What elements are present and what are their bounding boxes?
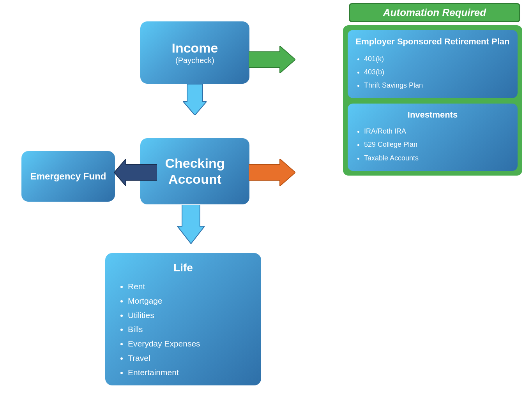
list-item: Rent [128,280,249,294]
svg-marker-0 [183,84,207,115]
list-item: 401(k) [364,52,510,65]
income-box: Income (Paycheck) [140,21,249,84]
svg-marker-3 [114,159,157,186]
list-item: Mortgage [128,294,249,308]
diagram-container: Automation Required Employer Sponsored R… [0,0,532,415]
list-item: Everyday Expenses [128,337,249,351]
list-item: Travel [128,351,249,366]
automation-banner: Automation Required [349,3,520,22]
retirement-list: 401(k) 403(b) Thrift Savings Plan [355,52,510,92]
arrow-checking-to-life [177,205,205,244]
list-item: Utilities [128,308,249,323]
arrow-income-to-checking [183,84,207,115]
emergency-title: Emergency Fund [30,171,106,182]
life-title: Life [117,262,249,274]
list-item: Bills [128,322,249,337]
list-item: Taxable Accounts [364,151,510,165]
emergency-box: Emergency Fund [21,151,115,202]
arrow-income-to-retirement [249,46,295,73]
svg-marker-1 [249,46,295,73]
life-list: Rent Mortgage Utilities Bills Everyday E… [117,280,249,380]
list-item: Entertainment [128,366,249,380]
list-item: IRA/Roth IRA [364,125,510,138]
list-item: 403(b) [364,65,510,79]
retirement-box: Employer Sponsored Retirement Plan 401(k… [348,30,518,98]
retirement-title: Employer Sponsored Retirement Plan [355,36,510,47]
green-container: Employer Sponsored Retirement Plan 401(k… [343,25,522,176]
list-item: 529 College Plan [364,138,510,151]
investments-list: IRA/Roth IRA 529 College Plan Taxable Ac… [355,125,510,165]
income-title: Income [171,40,218,56]
arrow-checking-to-investments [249,159,295,186]
life-box: Life Rent Mortgage Utilities Bills Every… [105,253,261,385]
investments-box: Investments IRA/Roth IRA 529 College Pla… [348,104,518,171]
investments-title: Investments [355,110,510,120]
svg-marker-4 [177,205,205,244]
svg-marker-2 [249,159,295,186]
list-item: Thrift Savings Plan [364,79,510,92]
income-subtitle: (Paycheck) [175,56,214,65]
automation-banner-text: Automation Required [383,7,486,18]
arrow-checking-to-emergency [114,159,157,186]
